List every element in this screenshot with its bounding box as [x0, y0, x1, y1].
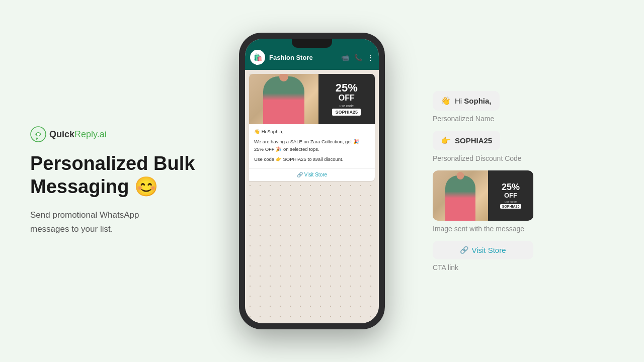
code-feature-label: Personalized Discount Code [433, 154, 614, 162]
code-line: Use code 👉 SOPHIA25 to avail discount. [254, 156, 370, 163]
mini-model-photo [433, 170, 488, 221]
mini-model-figure [445, 175, 476, 221]
feature-cta: 🔗 Visit Store CTA link [433, 241, 614, 272]
name-badge-text: Hi Sophia, [455, 97, 492, 105]
phone-call-icon[interactable]: 📞 [354, 54, 362, 61]
whatsapp-chat: 25% OFF use code SOPHIA25 👋 Hi Sophia, W… [245, 70, 379, 323]
code-badge: 👉 SOPHIA25 [433, 131, 500, 150]
phone-screen: 🛍️ Fashion Store 📹 📞 ⋮ [245, 39, 379, 323]
mini-discount-percent: 25% [502, 183, 520, 192]
mini-discount-off: OFF [504, 192, 517, 199]
store-avatar: 🛍️ [250, 50, 265, 65]
discount-off: OFF [339, 94, 355, 103]
cta-button[interactable]: 🔗 Visit Store [460, 246, 506, 254]
image-badge: 25% OFF use code SOPHIA25 [433, 170, 533, 221]
quickreply-logo-icon [30, 126, 46, 142]
mini-discount-panel: 25% OFF use code SOPHIA25 [488, 170, 533, 221]
more-options-icon[interactable]: ⋮ [367, 54, 374, 61]
right-panel: 👋 Hi Sophia, Personalized Name 👉 SOPHIA2… [423, 91, 614, 272]
model-photo [249, 74, 318, 124]
name-feature-label: Personalized Name [433, 115, 614, 123]
cta-label: Visit Store [471, 246, 506, 254]
wave-emoji: 👋 [441, 96, 451, 106]
model-head [279, 74, 288, 81]
discount-code: SOPHIA25 [332, 109, 361, 116]
discount-panel: 25% OFF use code SOPHIA25 [318, 74, 375, 124]
feature-image: 25% OFF use code SOPHIA25 Image sent wit… [433, 170, 614, 233]
svg-point-1 [37, 133, 40, 136]
bubble-cta[interactable]: 🔗 Visit Store [249, 168, 375, 181]
phone-device: 🛍️ Fashion Store 📹 📞 ⋮ [239, 33, 385, 329]
store-name: Fashion Store [269, 54, 337, 61]
cta-badge[interactable]: 🔗 Visit Store [433, 241, 533, 259]
discount-use-code-label: use code [340, 104, 354, 108]
cta-feature-label: CTA link [433, 263, 614, 272]
logo-text: QuickReply.ai [49, 129, 107, 140]
sale-line: We are having a SALE on Zara Collection,… [254, 138, 370, 153]
feature-name: 👋 Hi Sophia, Personalized Name [433, 91, 614, 123]
external-link-icon: 🔗 [460, 246, 468, 254]
subtext: Send promotional WhatsAppmessages to you… [30, 208, 201, 235]
mini-use-code: use code [505, 200, 517, 203]
phone-notch [292, 39, 332, 48]
point-emoji: 👉 [441, 136, 451, 145]
model-figure [263, 76, 305, 124]
mini-model-head [457, 172, 464, 179]
left-panel: QuickReply.ai Personalized BulkMessaging… [30, 126, 201, 236]
chat-bubble: 25% OFF use code SOPHIA25 👋 Hi Sophia, W… [249, 74, 375, 181]
bubble-text: 👋 Hi Sophia, We are having a SALE on Zar… [249, 124, 375, 168]
discount-percent: 25% [336, 82, 358, 94]
video-call-icon[interactable]: 📹 [341, 54, 349, 61]
phone-mockup-wrapper: 🛍️ Fashion Store 📹 📞 ⋮ [221, 33, 403, 329]
feature-discount-code: 👉 SOPHIA25 Personalized Discount Code [433, 131, 614, 162]
headline: Personalized BulkMessaging 😊 [30, 152, 201, 198]
name-badge: 👋 Hi Sophia, [433, 91, 500, 111]
bubble-image: 25% OFF use code SOPHIA25 [249, 74, 375, 124]
wa-action-icons: 📹 📞 ⋮ [341, 54, 374, 61]
image-feature-label: Image sent with the message [433, 225, 614, 233]
logo: QuickReply.ai [30, 126, 201, 142]
hi-line: 👋 Hi Sophia, [254, 128, 370, 135]
mini-image: 25% OFF use code SOPHIA25 [433, 170, 533, 221]
mini-code: SOPHIA25 [500, 204, 522, 209]
code-badge-text: SOPHIA25 [455, 136, 492, 145]
